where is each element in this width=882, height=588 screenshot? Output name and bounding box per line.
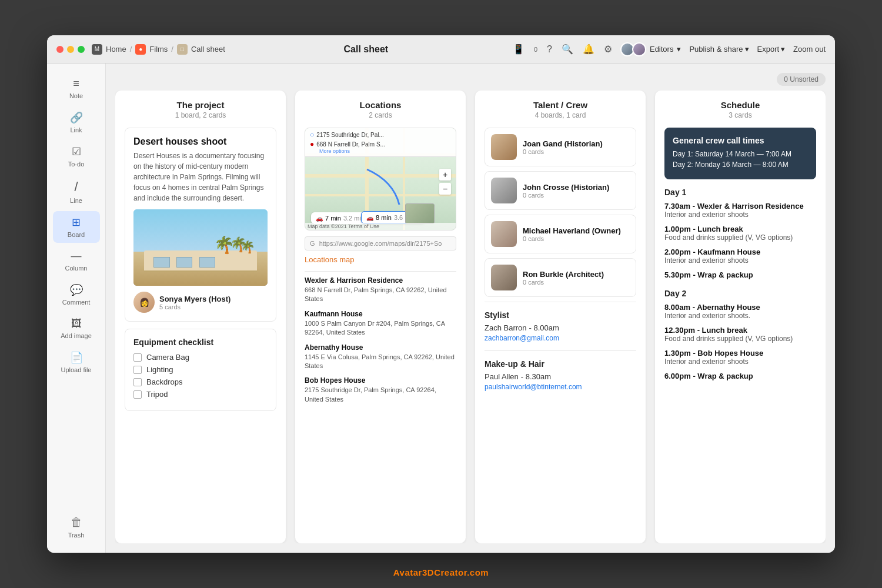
sidebar-item-line[interactable]: / Line: [53, 175, 100, 209]
sidebar-item-todo[interactable]: ☑ To-do: [53, 141, 100, 172]
map-addr-b: 668 N Farrell Dr, Palm S...: [316, 141, 385, 148]
column-schedule-header: Schedule 3 cards: [664, 100, 816, 119]
person-name-0: Joan Gand (Historian): [523, 139, 603, 148]
minimize-button[interactable]: [67, 46, 74, 53]
map-background: ○ 2175 Southridge Dr, Pal... ● 668 N Far…: [305, 128, 456, 230]
traffic-lights: [56, 46, 85, 53]
breadcrumb-home[interactable]: Home: [106, 45, 126, 54]
project-image: 🌴 🌴 🌴: [133, 209, 268, 286]
person-card-2[interactable]: Michael Haverland (Owner) 0 cards: [485, 215, 636, 253]
close-button[interactable]: [56, 46, 64, 53]
schedule-entry-1-2: 1.30pm - Bob Hopes House Interior and ex…: [664, 349, 816, 366]
column-project-title: The project: [125, 100, 276, 110]
sidebar-item-board[interactable]: ⊞ Board: [53, 211, 100, 243]
day-1-section: Day 1 7.30am - Wexler & Harrison Residen…: [664, 188, 816, 279]
route-b-time: 8 min: [376, 214, 392, 221]
phone-icon[interactable]: 📱: [513, 44, 524, 55]
column-locations-title: Locations: [305, 100, 456, 110]
person-photo-ron: [491, 265, 517, 290]
crew-day-1: Day 1: Saturday 14 March — 7:00 AM: [673, 150, 808, 158]
checkbox-2[interactable]: [133, 378, 142, 386]
publish-button[interactable]: Publish & share ▾: [689, 45, 749, 54]
route-a-time: 7 min: [325, 215, 341, 222]
line-icon: /: [74, 179, 78, 195]
checklist-label-1: Lighting: [146, 365, 173, 374]
sidebar-item-link[interactable]: 🔗 Link: [53, 106, 100, 138]
board-icon: ⊞: [72, 216, 81, 229]
uploadfile-icon: 📄: [70, 351, 83, 364]
checklist-item-2: Backdrops: [133, 377, 268, 386]
search-icon[interactable]: 🔍: [562, 44, 573, 55]
checklist-label-2: Backdrops: [146, 377, 182, 386]
unsorted-badge: 0 Unsorted: [777, 73, 826, 86]
location-addr-2: 1145 E Via Colusa, Palm Springs, CA 9226…: [305, 353, 456, 371]
makeup-section: Make-up & Hair Paul Allen - 8.30am pauls…: [485, 356, 636, 395]
column-locations-header: Locations 2 cards: [305, 100, 456, 119]
map-container[interactable]: ○ 2175 Southridge Dr, Pal... ● 668 N Far…: [305, 128, 456, 230]
map-thumbnail: [405, 203, 435, 224]
trash-label: Trash: [68, 532, 85, 539]
person-cards-3: 0 cards: [523, 279, 604, 286]
column-talent: Talent / Crew 4 boards, 1 card Joan Gand…: [475, 91, 646, 543]
phone-count: 0: [534, 46, 537, 53]
stylist-email[interactable]: zachbarron@gmail.com: [485, 334, 636, 342]
stylist-section: Stylist Zach Barron - 8.00am zachbarron@…: [485, 307, 636, 346]
sidebar-item-comment[interactable]: 💬 Comment: [53, 279, 100, 310]
talent-divider-1: [485, 302, 636, 302]
schedule-time-0-0: 7.30am - Wexler & Harrison Residence: [664, 202, 816, 211]
gear-icon[interactable]: ⚙: [604, 44, 612, 55]
person-card-3[interactable]: Ron Burkle (Architect) 0 cards: [485, 258, 636, 297]
makeup-email[interactable]: paulshairworld@btinternet.com: [485, 383, 636, 391]
help-icon[interactable]: ?: [547, 44, 552, 55]
schedule-time-1-1: 12.30pm - Lunch break: [664, 326, 816, 335]
bell-icon[interactable]: 🔔: [583, 44, 594, 55]
locations-map-link[interactable]: Locations map: [305, 255, 456, 264]
locations-divider: [305, 271, 456, 272]
schedule-entry-0-1: 1.00pm - Lunch break Food and drinks sup…: [664, 225, 816, 242]
titlebar: M Home / ● Films / □ Call sheet Call she…: [47, 35, 835, 64]
checklist-item-3: Tripod: [133, 390, 268, 399]
editors-button[interactable]: Editors ▾: [620, 42, 681, 56]
column-locations-subtitle: 2 cards: [305, 111, 456, 119]
general-crew-title: General crew call times: [673, 136, 808, 145]
link-icon: 🔗: [70, 111, 83, 124]
person-card-1[interactable]: John Crosse (Historian) 0 cards: [485, 171, 636, 210]
map-zoom-out[interactable]: −: [439, 183, 451, 195]
map-more-options[interactable]: More options: [319, 148, 451, 154]
person-photo-john: [491, 178, 517, 203]
sidebar-item-addimage[interactable]: 🖼 Add image: [53, 313, 100, 344]
zoom-out-button[interactable]: Zoom out: [793, 45, 826, 54]
checkbox-0[interactable]: [133, 353, 142, 362]
person-cards-1: 0 cards: [523, 192, 609, 199]
breadcrumb-films[interactable]: Films: [149, 45, 168, 54]
sidebar-item-uploadfile[interactable]: 📄 Upload file: [53, 346, 100, 378]
breadcrumb-callsheet[interactable]: Call sheet: [191, 45, 225, 54]
export-button[interactable]: Export ▾: [757, 45, 786, 54]
map-zoom-in[interactable]: +: [439, 169, 451, 181]
sidebar-trash[interactable]: 🗑 Trash: [68, 516, 85, 539]
project-title: Desert houses shoot: [133, 136, 268, 147]
checkbox-1[interactable]: [133, 366, 142, 374]
location-name-2: Abernathy House: [305, 343, 456, 352]
project-desc: Desert Houses is a documentary focusing …: [133, 151, 268, 203]
host-info: Sonya Myers (Host) 5 cards: [159, 295, 230, 310]
todo-icon: ☑: [72, 145, 81, 158]
makeup-time: - 8.30am: [521, 372, 551, 381]
makeup-title: Make-up & Hair: [485, 359, 636, 369]
stylist-name-row: Zach Barron - 8.00am: [485, 323, 636, 332]
person-info-3: Ron Burkle (Architect) 0 cards: [523, 270, 604, 286]
location-entry-1: Kaufmann House 1000 S Palm Canyon Dr #20…: [305, 310, 456, 338]
schedule-time-1-2: 1.30pm - Bob Hopes House: [664, 349, 816, 358]
maximize-button[interactable]: [78, 46, 85, 53]
sidebar-item-note[interactable]: ≡ Note: [53, 73, 100, 104]
sidebar-item-column[interactable]: — Column: [53, 245, 100, 276]
stylist-name: Zach Barron: [485, 323, 527, 332]
person-name-2: Michael Haverland (Owner): [523, 226, 621, 235]
person-card-0[interactable]: Joan Gand (Historian) 0 cards: [485, 128, 636, 166]
location-entry-3: Bob Hopes House 2175 Southridge Dr, Palm…: [305, 376, 456, 404]
day-1-label: Day 1: [664, 188, 816, 197]
location-addr-3: 2175 Southridge Dr, Palm Springs, CA 922…: [305, 386, 456, 404]
checkbox-3[interactable]: [133, 390, 142, 399]
checklist-card: Equipment checklist Camera Bag Lighting …: [125, 329, 276, 411]
location-name-0: Wexler & Harrison Residence: [305, 276, 456, 285]
